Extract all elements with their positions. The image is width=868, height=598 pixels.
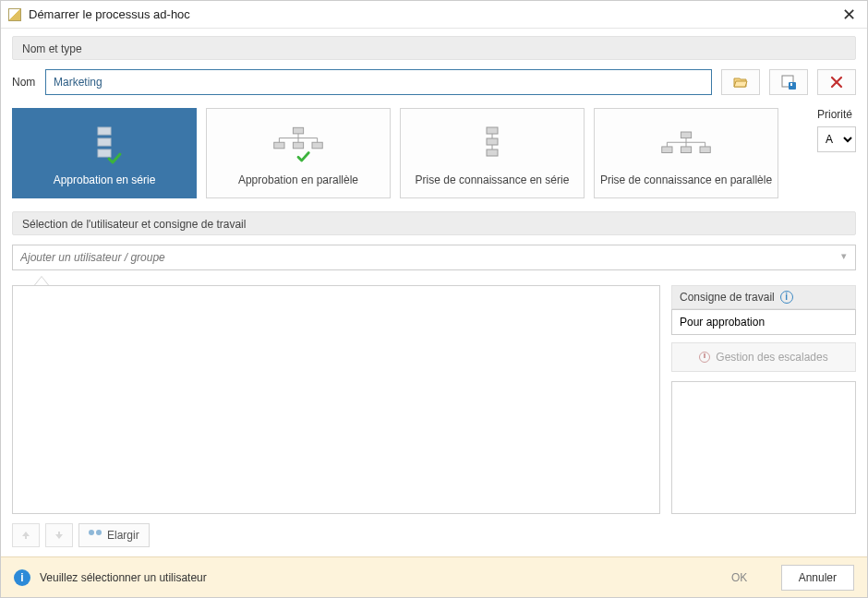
parallel-approval-icon <box>271 126 326 166</box>
footer-message: Veuillez sélectionner un utilisateur <box>40 571 698 584</box>
save-icon <box>781 75 796 90</box>
load-template-button[interactable] <box>721 69 760 95</box>
section-name-type: Nom et type <box>12 36 856 60</box>
card-serial-approval[interactable]: Approbation en série <box>12 108 197 198</box>
user-list-panel <box>12 285 660 514</box>
svg-rect-6 <box>293 127 303 134</box>
svg-rect-27 <box>681 147 691 153</box>
arrow-up-icon <box>21 531 30 540</box>
svg-rect-12 <box>274 142 284 149</box>
parallel-notice-icon <box>658 126 714 166</box>
section-user-selection: Sélection de l'utilisateur et consigne d… <box>12 211 856 235</box>
app-icon <box>8 8 21 21</box>
window-title: Démarrer le processus ad-hoc <box>29 7 838 21</box>
card-parallel-notice-label: Prise de connaissance en parallèle <box>600 173 772 186</box>
svg-rect-4 <box>98 138 111 146</box>
escalation-label: Gestion des escalades <box>716 351 827 364</box>
svg-rect-5 <box>98 150 111 157</box>
save-template-button[interactable] <box>769 69 808 95</box>
info-icon[interactable]: i <box>780 291 793 304</box>
move-up-button <box>12 523 40 547</box>
escalation-button: Gestion des escalades <box>671 342 856 372</box>
ok-button: OK <box>707 565 772 591</box>
svg-rect-15 <box>487 127 498 134</box>
serial-notice-icon <box>464 126 520 166</box>
svg-rect-19 <box>487 150 498 156</box>
name-input[interactable] <box>45 69 712 95</box>
titlebar: Démarrer le processus ad-hoc ✕ <box>1 1 867 29</box>
footer-info-icon: i <box>14 569 30 586</box>
card-serial-notice-label: Prise de connaissance en série <box>416 173 570 186</box>
delete-x-icon <box>830 76 843 89</box>
card-serial-approval-label: Approbation en série <box>54 173 156 186</box>
add-user-input[interactable] <box>12 245 856 270</box>
cancel-button[interactable]: Annuler <box>781 565 854 591</box>
instruction-label: Consigne de travail <box>680 285 775 309</box>
svg-rect-26 <box>662 147 672 153</box>
people-icon <box>89 530 102 541</box>
svg-rect-13 <box>293 142 303 149</box>
card-parallel-approval-label: Approbation en parallèle <box>238 173 358 186</box>
instruction-detail-panel <box>671 381 856 514</box>
serial-approval-icon <box>77 126 132 166</box>
card-parallel-notice[interactable]: Prise de connaissance en parallèle <box>594 108 778 198</box>
expand-label: Elargir <box>107 529 139 542</box>
instruction-input[interactable] <box>671 309 856 335</box>
folder-open-icon <box>733 75 748 90</box>
name-label: Nom <box>12 76 36 89</box>
svg-rect-14 <box>312 142 322 149</box>
expand-button[interactable]: Elargir <box>78 523 150 547</box>
priority-label: Priorité <box>817 108 856 121</box>
card-parallel-approval[interactable]: Approbation en parallèle <box>206 108 391 198</box>
svg-rect-2 <box>790 83 792 86</box>
close-icon[interactable]: ✕ <box>838 4 860 26</box>
delete-button[interactable] <box>817 69 856 95</box>
move-down-button <box>45 523 73 547</box>
svg-rect-17 <box>487 138 498 145</box>
section-instruction: Consigne de travail i <box>671 285 856 309</box>
card-serial-notice[interactable]: Prise de connaissance en série <box>400 108 585 198</box>
svg-rect-28 <box>700 147 710 153</box>
priority-select[interactable]: A <box>817 126 856 152</box>
arrow-down-icon <box>54 531 64 540</box>
svg-rect-3 <box>98 127 111 135</box>
footer: i Veuillez sélectionner un utilisateur O… <box>1 556 867 597</box>
svg-rect-20 <box>681 132 691 138</box>
clock-icon <box>699 352 710 363</box>
